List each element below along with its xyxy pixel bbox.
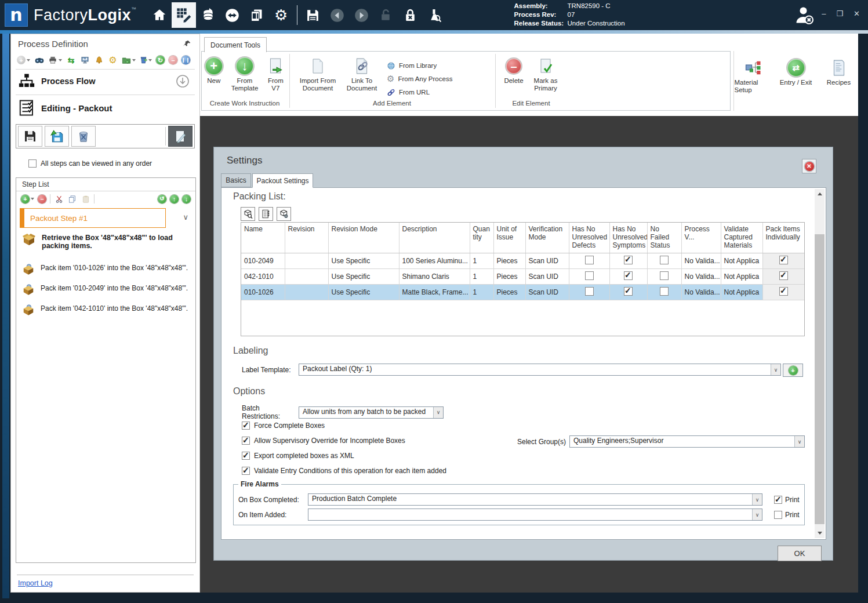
from-v7-button[interactable]: From V7 — [264, 55, 288, 92]
from-any-process-button[interactable]: ⚙ From Any Process — [387, 73, 452, 85]
from-url-button[interactable]: From URL — [387, 86, 452, 98]
column-header[interactable]: No Failed Status — [647, 223, 681, 253]
pause-icon[interactable]: ❙❙ — [181, 56, 190, 64]
column-header[interactable]: Unit of Issue — [493, 223, 525, 253]
column-header[interactable]: Verification Mode — [525, 223, 569, 253]
presentation-icon[interactable] — [80, 55, 90, 65]
step-activity-item[interactable]: Pack item '010-1026' into the Box '48"x4… — [22, 264, 189, 275]
supervisory-override-checkbox[interactable] — [242, 437, 250, 445]
discard-step-button[interactable] — [71, 126, 96, 147]
export-xml-option[interactable]: Export completed boxes as XML — [242, 452, 354, 460]
find-icon[interactable] — [34, 55, 44, 65]
audit-button[interactable] — [423, 2, 447, 28]
edit-list-button[interactable] — [259, 207, 273, 221]
delete-process-button[interactable] — [140, 56, 152, 64]
entry-exit-button[interactable]: ⇄ Entry / Exit — [778, 57, 815, 86]
force-complete-boxes-option[interactable]: Force Complete Boxes — [242, 422, 325, 430]
supervisory-override-option[interactable]: Allow Supervisory Override for Incomplet… — [242, 437, 405, 445]
export-xml-checkbox[interactable] — [242, 452, 250, 460]
move-down-icon[interactable]: ↓ — [182, 195, 191, 204]
validate-entry-conditions-option[interactable]: Validate Entry Conditions of this operat… — [242, 467, 446, 475]
add-step-button[interactable]: + — [17, 56, 30, 64]
documents-button[interactable] — [245, 2, 269, 28]
mark-as-primary-button[interactable]: Mark as Primary — [529, 55, 562, 92]
tab-basics[interactable]: Basics — [221, 173, 251, 187]
on-box-print-checkbox[interactable] — [774, 496, 782, 504]
save-button[interactable] — [301, 2, 325, 28]
logout-button[interactable] — [794, 5, 815, 26]
transfer-button[interactable] — [220, 2, 245, 28]
table-row[interactable]: 010-2049Use Specific100 Series Aluminu..… — [241, 253, 805, 269]
undo-button[interactable] — [325, 2, 350, 28]
table-row[interactable]: 010-1026Use SpecificMatte Black, Frame..… — [241, 285, 805, 300]
scroll-up-button[interactable] — [815, 189, 825, 199]
materials-button[interactable] — [196, 2, 220, 28]
on-item-added-dropdown[interactable]: ∨ — [308, 508, 762, 521]
on-box-completed-dropdown[interactable]: Production Batch Complete∨ — [308, 493, 762, 506]
window-maximize-button[interactable]: ❒ — [836, 9, 843, 18]
step-activity-item[interactable]: Retrieve the Box '48"x48"x48"' to load p… — [22, 234, 189, 250]
force-complete-boxes-checkbox[interactable] — [242, 422, 250, 430]
rearrange-icon[interactable]: ⇆ — [66, 55, 76, 65]
remove-icon[interactable]: – — [169, 56, 177, 64]
select-groups-dropdown[interactable]: Quality Engineers;Supervisor∨ — [569, 435, 805, 448]
step-activity-item[interactable]: Pack item '042-1010' into the Box '48"x4… — [22, 304, 189, 316]
row-checkbox[interactable] — [660, 287, 669, 296]
row-checkbox[interactable] — [660, 256, 669, 264]
row-checkbox[interactable] — [624, 271, 633, 280]
cut-icon[interactable] — [54, 194, 64, 204]
scrollbar-thumb[interactable] — [815, 234, 825, 524]
material-setup-button[interactable]: Material Setup — [735, 57, 772, 94]
row-checkbox[interactable] — [585, 256, 594, 264]
settings-button[interactable]: ⚙ — [269, 2, 293, 28]
copy-icon[interactable] — [67, 194, 77, 204]
row-checkbox[interactable] — [779, 287, 788, 296]
vertical-scrollbar[interactable] — [815, 189, 825, 538]
validate-entry-conditions-checkbox[interactable] — [242, 467, 250, 475]
column-header[interactable]: Process V... — [681, 223, 721, 253]
tab-packout-settings[interactable]: Packout Settings — [252, 173, 313, 188]
tab-document-tools[interactable]: Document Tools — [204, 37, 267, 52]
refresh-icon[interactable]: ↻ — [156, 56, 165, 64]
column-header[interactable]: Description — [399, 223, 470, 253]
column-header[interactable]: Pack Items Individually — [762, 223, 805, 253]
dialog-close-button[interactable]: ✕ — [802, 159, 816, 173]
on-item-print-checkbox[interactable] — [774, 511, 782, 519]
batch-restrictions-dropdown[interactable]: Allow units from any batch to be packed∨ — [299, 406, 444, 419]
from-template-button[interactable]: ↓ From Template — [228, 55, 261, 92]
save-step-button[interactable] — [18, 126, 42, 147]
process-editor-button[interactable] — [172, 2, 196, 28]
any-order-checkbox[interactable] — [28, 159, 37, 168]
edit-mode-button[interactable] — [168, 126, 193, 147]
home-button[interactable] — [147, 2, 172, 28]
redo-button[interactable] — [350, 2, 374, 28]
active-step-item[interactable]: Packout Step #1 — [20, 208, 166, 228]
window-close-button[interactable]: ✕ — [854, 9, 860, 18]
collapse-arrow-icon[interactable] — [176, 74, 190, 88]
row-checkbox[interactable] — [779, 256, 788, 264]
row-checkbox[interactable] — [779, 271, 788, 280]
add-label-template-button[interactable]: + — [783, 364, 803, 377]
row-checkbox[interactable] — [660, 271, 669, 280]
on-box-print-option[interactable]: Print — [774, 496, 800, 504]
paste-icon[interactable] — [81, 194, 90, 204]
bell-icon[interactable] — [94, 55, 104, 65]
on-item-print-option[interactable]: Print — [774, 511, 800, 519]
column-header[interactable]: Revision Mode — [328, 223, 399, 253]
unlock-button[interactable] — [374, 2, 398, 28]
lock-exclude-button[interactable] — [398, 2, 423, 28]
from-library-button[interactable]: From Library — [387, 60, 452, 71]
export-process-button[interactable] — [122, 56, 136, 64]
recipes-button[interactable]: Recipes — [820, 57, 858, 86]
find-box-button[interactable] — [241, 207, 255, 221]
column-header[interactable]: Validate Captured Materials — [721, 223, 762, 253]
row-checkbox[interactable] — [585, 271, 594, 280]
remove-item-button[interactable]: – — [38, 195, 46, 204]
process-flow-row[interactable]: Process Flow — [18, 72, 192, 90]
step-expand-chevron[interactable]: ∨ — [183, 213, 188, 221]
table-row[interactable]: 042-1010Use SpecificShimano Claris1Piece… — [241, 269, 805, 285]
column-header[interactable]: Revision — [285, 223, 328, 253]
row-checkbox[interactable] — [624, 287, 633, 296]
ok-button[interactable]: OK — [778, 546, 822, 561]
import-log-link[interactable]: Import Log — [18, 579, 53, 587]
